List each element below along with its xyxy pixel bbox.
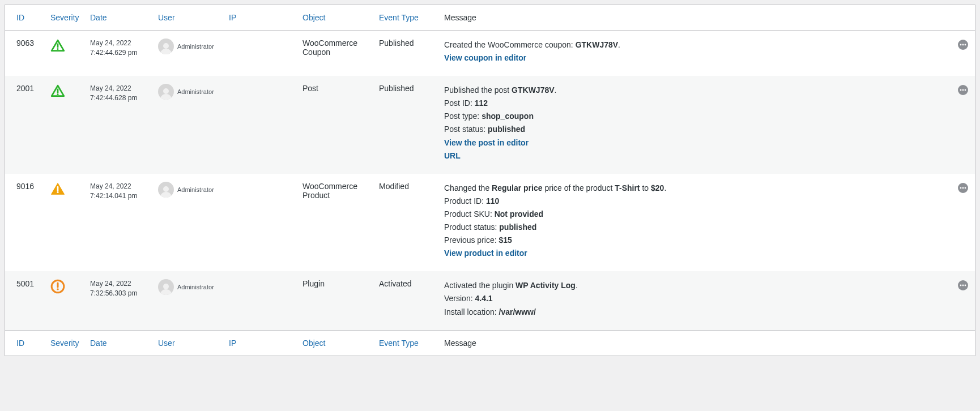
event-message: Created the WooCommerce coupon: GTKWJ78V… [444, 38, 947, 65]
col-header-user[interactable]: User [152, 5, 223, 31]
col-footer-message: Message [438, 330, 952, 356]
cell-object: WooCommerce Coupon [297, 31, 373, 76]
svg-point-7 [57, 93, 58, 95]
cell-message: Published the post GTKWJ78V.Post ID: 112… [438, 76, 952, 174]
cell-id: 5001 [5, 271, 45, 330]
col-header-message: Message [438, 5, 952, 31]
cell-message: Activated the plugin WP Activity Log.Ver… [438, 271, 952, 330]
message-value: $20 [651, 183, 664, 192]
cell-date: May 24, 2022 7:42:44.629 pm [84, 31, 152, 76]
message-value: shop_coupon [482, 112, 534, 121]
cell-id: 2001 [5, 76, 45, 174]
cell-eventtype: Published [373, 76, 438, 174]
message-text: Published the post [444, 85, 512, 95]
message-text: . [555, 85, 557, 95]
avatar-icon [158, 84, 174, 100]
table-row: 9016 May 24, 2022 7:42:14.041 pm Adminis… [5, 174, 975, 272]
ellipsis-icon [960, 284, 966, 286]
message-text: . [664, 183, 666, 192]
warning-circle-icon [50, 279, 65, 294]
cell-ip [223, 271, 297, 330]
col-header-actions [952, 5, 975, 31]
svg-point-21 [163, 284, 169, 289]
message-text: Post type: [444, 112, 482, 121]
cell-severity [45, 271, 84, 330]
cell-user: Administrator [152, 31, 223, 76]
svg-point-15 [960, 187, 962, 189]
col-footer-user[interactable]: User [152, 330, 223, 356]
cell-severity [45, 174, 84, 272]
date-time: 7:32:56.303 pm [90, 289, 137, 297]
message-text: Post status: [444, 125, 488, 134]
cell-ip [223, 174, 297, 272]
message-text: Post ID: [444, 99, 475, 108]
more-actions-button[interactable] [958, 40, 968, 50]
avatar-icon [158, 182, 174, 198]
col-header-severity[interactable]: Severity [45, 5, 84, 31]
more-actions-button[interactable] [958, 183, 968, 193]
col-footer-object[interactable]: Object [297, 330, 373, 356]
message-link[interactable]: View the post in editor [444, 136, 529, 149]
message-text: Product ID: [444, 196, 486, 206]
message-text: Previous price: [444, 236, 498, 245]
cell-object: WooCommerce Product [297, 174, 373, 272]
cell-actions [952, 31, 975, 76]
date-day: May 24, 2022 [90, 84, 131, 92]
cell-object: Plugin [297, 271, 373, 330]
event-message: Activated the plugin WP Activity Log.Ver… [444, 279, 947, 318]
message-text: to [640, 183, 651, 192]
cell-ip [223, 31, 297, 76]
date-day: May 24, 2022 [90, 280, 131, 288]
cell-severity [45, 76, 84, 174]
message-text: Created the WooCommerce coupon: [444, 40, 576, 49]
date-time: 7:42:14.041 pm [90, 192, 137, 200]
event-message: Changed the Regular price price of the p… [444, 182, 947, 260]
col-header-ip[interactable]: IP [223, 5, 297, 31]
message-link[interactable]: View coupon in editor [444, 52, 526, 65]
table-row: 2001 May 24, 2022 7:42:44.628 pm Adminis… [5, 76, 975, 174]
svg-point-9 [960, 89, 962, 91]
cell-id: 9016 [5, 174, 45, 272]
message-value: GTKWJ78V [576, 40, 618, 49]
user-name: Administrator [177, 88, 214, 95]
col-header-id[interactable]: ID [5, 5, 45, 31]
cell-id: 9063 [5, 31, 45, 76]
col-header-object[interactable]: Object [297, 5, 373, 31]
col-header-date[interactable]: Date [84, 5, 152, 31]
message-value: WP Activity Log [515, 281, 576, 290]
svg-point-8 [163, 88, 169, 94]
svg-point-3 [960, 44, 962, 46]
message-value: 110 [486, 196, 499, 206]
col-header-eventtype[interactable]: Event Type [373, 5, 438, 31]
col-footer-eventtype[interactable]: Event Type [373, 330, 438, 356]
svg-point-4 [962, 44, 964, 46]
message-text: Install location: [444, 307, 499, 316]
message-link[interactable]: View product in editor [444, 247, 527, 260]
cell-eventtype: Published [373, 31, 438, 76]
cell-actions [952, 76, 975, 174]
cell-severity [45, 31, 84, 76]
more-actions-button[interactable] [958, 280, 968, 290]
cell-actions [952, 174, 975, 272]
message-text: Version: [444, 294, 475, 303]
cell-date: May 24, 2022 7:32:56.303 pm [84, 271, 152, 330]
message-value: 4.4.1 [475, 294, 492, 303]
svg-point-20 [57, 288, 58, 290]
col-footer-severity[interactable]: Severity [45, 330, 84, 356]
event-message: Published the post GTKWJ78V.Post ID: 112… [444, 84, 947, 162]
user-name: Administrator [177, 186, 214, 193]
message-link[interactable]: URL [444, 149, 461, 162]
cell-message: Created the WooCommerce coupon: GTKWJ78V… [438, 31, 952, 76]
more-actions-button[interactable] [958, 85, 968, 95]
col-footer-id[interactable]: ID [5, 330, 45, 356]
svg-point-13 [57, 191, 58, 193]
cell-user: Administrator [152, 174, 223, 272]
cell-message: Changed the Regular price price of the p… [438, 174, 952, 272]
cell-eventtype: Modified [373, 174, 438, 272]
ellipsis-icon [960, 44, 966, 46]
col-footer-ip[interactable]: IP [223, 330, 297, 356]
table-footer: ID Severity Date User IP Object Event Ty… [5, 330, 975, 356]
date-day: May 24, 2022 [90, 39, 131, 47]
cell-ip [223, 76, 297, 174]
col-footer-date[interactable]: Date [84, 330, 152, 356]
